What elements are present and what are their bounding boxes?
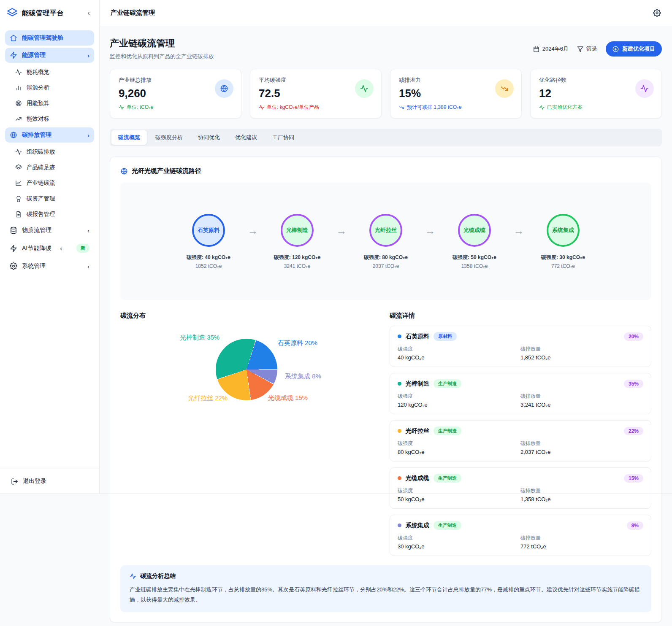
- stat-card-optimization-paths: 优化路径数 12 已实施优化方案: [530, 69, 662, 119]
- arrow-right-icon: →: [418, 225, 442, 237]
- sidebar-item-org-carbon[interactable]: 组织碳排放: [5, 145, 94, 159]
- distribution-title: 碳流分布: [120, 312, 382, 320]
- filter-funnel-icon: [577, 46, 583, 52]
- target-icon: [15, 100, 22, 107]
- category-badge: 生产制造: [434, 521, 461, 530]
- tab-optimization-suggestions[interactable]: 优化建议: [228, 130, 264, 145]
- line-chart-icon: [15, 180, 22, 186]
- activity-icon: [130, 573, 136, 580]
- date-selector[interactable]: 2024年6月: [533, 45, 569, 53]
- activity-icon: [259, 105, 264, 110]
- flow-node-cabling[interactable]: 光缆成缆 碳强度: 50 kgCO₂e 1358 tCO₂e: [442, 214, 507, 269]
- arrow-right-icon: →: [329, 225, 354, 237]
- pie-chart-area: 光棒制造 35% 石英原料 20% 系统集成 8% 光缆成缆 15% 光纤拉丝 …: [120, 320, 382, 531]
- summary-text: 产业链碳排放主要集中在光棒制造环节，占总排放量的35%。其次是石英原料和光纤拉丝…: [130, 585, 642, 605]
- logout-button[interactable]: 退出登录: [0, 469, 99, 494]
- percent-badge: 15%: [624, 474, 643, 483]
- zap-icon: [10, 51, 17, 59]
- sidebar-item-energy-budget[interactable]: 用能预算: [5, 96, 94, 111]
- activity-icon: [635, 79, 654, 98]
- flow-node-quartz[interactable]: 石英原料 碳强度: 40 kgCO₂e 1852 tCO₂e: [176, 214, 241, 269]
- carbon-distribution-pie-chart: [216, 339, 277, 400]
- sidebar-item-system-mgmt[interactable]: 系统管理 ‹: [5, 259, 94, 274]
- pie-label-fiber-drawing: 光纤拉丝 22%: [188, 394, 228, 402]
- sidebar-item-dashboard[interactable]: 能碳管理驾驶舱: [5, 30, 94, 46]
- detail-card-system-integration[interactable]: 系统集成 生产制造 8% 碳强度30 kgCO₂e 碳排放量772 tCO₂e: [390, 515, 651, 556]
- gear-icon: [10, 262, 17, 270]
- chevron-left-icon: ‹: [87, 227, 89, 234]
- summary-title: 碳流分析总结: [140, 572, 176, 580]
- sidebar: 能碳管理平台 ‹ 能碳管理驾驶舱 能源管理 › 能耗概览 能源分析 用能预算 能…: [0, 0, 100, 494]
- sidebar-item-carbon-asset-mgmt[interactable]: 碳资产管理: [5, 192, 94, 206]
- sidebar-item-energy-overview[interactable]: 能耗概览: [5, 65, 94, 79]
- award-icon: [15, 195, 22, 202]
- flow-node-fiber-drawing[interactable]: 光纤拉丝 碳强度: 80 kgCO₂e 2037 tCO₂e: [354, 214, 418, 269]
- tab-carbon-intensity-analysis[interactable]: 碳强度分析: [149, 130, 190, 145]
- layers-icon: [15, 164, 22, 171]
- detail-card-cabling[interactable]: 光缆成缆 生产制造 15% 碳强度50 kgCO₂e 碳排放量1,358 tCO…: [390, 467, 651, 509]
- stat-card-total-emission: 产业链总排放 9,260 单位: tCO₂e: [110, 69, 241, 119]
- category-badge: 生产制造: [434, 474, 461, 483]
- pie-label-cabling: 光缆成缆 15%: [268, 394, 308, 402]
- percent-badge: 20%: [624, 332, 643, 341]
- percent-badge: 22%: [624, 427, 643, 435]
- detail-card-fiber-drawing[interactable]: 光纤拉丝 生产制造 22% 碳强度80 kgCO₂e 碳排放量2,037 tCO…: [390, 420, 651, 461]
- database-icon: [10, 227, 17, 234]
- sidebar-item-energy-mgmt[interactable]: 能源管理 ›: [5, 48, 94, 63]
- stat-cards-row: 产业链总排放 9,260 单位: tCO₂e 平均碳强度 72.5 单位: kg…: [110, 69, 662, 119]
- plus-circle-icon: [612, 46, 619, 52]
- section-title: 光纤光缆产业链碳流路径: [132, 167, 201, 175]
- pie-label-system-integration: 系统集成 8%: [285, 372, 321, 380]
- sidebar-item-material-flow-mgmt[interactable]: 物质流管理 ‹: [5, 223, 94, 238]
- carbon-flow-analysis-summary: 碳流分析总结 产业链碳排放主要集中在光棒制造环节，占总排放量的35%。其次是石英…: [120, 565, 651, 612]
- flow-node-system-integration[interactable]: 系统集成 碳强度: 30 kgCO₂e 772 tCO₂e: [531, 214, 595, 269]
- globe-icon: [215, 79, 233, 98]
- flow-node-preform[interactable]: 光棒制造 碳强度: 120 kgCO₂e 3241 tCO₂e: [265, 214, 329, 269]
- filter-button[interactable]: 筛选: [577, 45, 597, 53]
- detail-card-preform[interactable]: 光棒制造 生产制造 35% 碳强度120 kgCO₂e 碳排放量3,241 tC…: [390, 373, 651, 414]
- sidebar-item-ai-energy-saving[interactable]: AI节能降碳 ‹ 新: [5, 240, 94, 256]
- zap-icon: [10, 245, 17, 252]
- arrow-right-icon: →: [241, 225, 265, 237]
- percent-badge: 8%: [627, 521, 643, 530]
- sidebar-item-carbon-emission-mgmt[interactable]: 碳排放管理 ›: [5, 127, 94, 143]
- carbon-flow-diagram: 石英原料 碳强度: 40 kgCO₂e 1852 tCO₂e → 光棒制造 碳强…: [120, 183, 651, 300]
- tab-collaborative-optimization[interactable]: 协同优化: [191, 130, 227, 145]
- home-icon: [10, 34, 17, 42]
- calendar-icon: [533, 46, 539, 52]
- sidebar-item-efficiency-benchmark[interactable]: 能效对标: [5, 112, 94, 126]
- settings-gear-icon[interactable]: [653, 9, 661, 17]
- detail-card-quartz[interactable]: 石英原料 原材料 20% 碳强度40 kgCO₂e 碳排放量1,852 tCO₂…: [390, 326, 651, 367]
- sidebar-item-product-footprint[interactable]: 产品碳足迹: [5, 160, 94, 175]
- tab-carbon-flow-overview[interactable]: 碳流概览: [111, 130, 147, 145]
- main-content: 产业链碳流管理 监控和优化从原料到产品的全产业链碳排放 2024年6月 筛选 新…: [100, 26, 672, 626]
- file-text-icon: [15, 211, 22, 218]
- logout-icon: [11, 478, 18, 485]
- globe-icon: [120, 167, 128, 175]
- activity-icon: [15, 148, 22, 155]
- sidebar-item-chain-carbon-flow[interactable]: 产业链碳流: [5, 176, 94, 190]
- color-dot: [398, 382, 401, 386]
- details-title: 碳流详情: [390, 312, 651, 320]
- sidebar-item-carbon-report-mgmt[interactable]: 碳报告管理: [5, 207, 94, 221]
- carbon-flow-overview-panel: 光纤光缆产业链碳流路径 石英原料 碳强度: 40 kgCO₂e 1852 tCO…: [110, 156, 662, 623]
- trending-down-icon: [399, 105, 404, 110]
- carbon-distribution-section: 碳流分布 光棒制造 35% 石英原料 20% 系统集成 8% 光缆成缆 15% …: [120, 312, 382, 556]
- new-optimization-project-button[interactable]: 新建优化项目: [606, 41, 662, 57]
- color-dot: [398, 523, 401, 527]
- topbar-title: 产业链碳流管理: [111, 9, 155, 17]
- trending-up-icon: [15, 116, 22, 122]
- sidebar-collapse-button[interactable]: ‹: [85, 9, 92, 17]
- tab-factory-collaboration[interactable]: 工厂协同: [266, 130, 301, 145]
- activity-icon: [15, 69, 22, 76]
- sidebar-item-energy-analysis[interactable]: 能源分析: [5, 81, 94, 95]
- percent-badge: 35%: [624, 380, 643, 388]
- page-subtitle: 监控和优化从原料到产品的全产业链碳排放: [110, 53, 214, 60]
- tab-bar: 碳流概览 碳强度分析 协同优化 优化建议 工厂协同: [110, 129, 662, 146]
- chevron-left-icon: ‹: [87, 263, 89, 270]
- globe-icon: [10, 131, 17, 139]
- app-logo-row: 能碳管理平台 ‹: [0, 0, 99, 24]
- sidebar-nav: 能碳管理驾驶舱 能源管理 › 能耗概览 能源分析 用能预算 能效对标 碳排放管理…: [0, 24, 99, 469]
- page-title: 产业链碳流管理: [110, 37, 214, 50]
- stat-card-reduction-potential: 减排潜力 15% 预计可减排 1,389 tCO₂e: [390, 69, 522, 119]
